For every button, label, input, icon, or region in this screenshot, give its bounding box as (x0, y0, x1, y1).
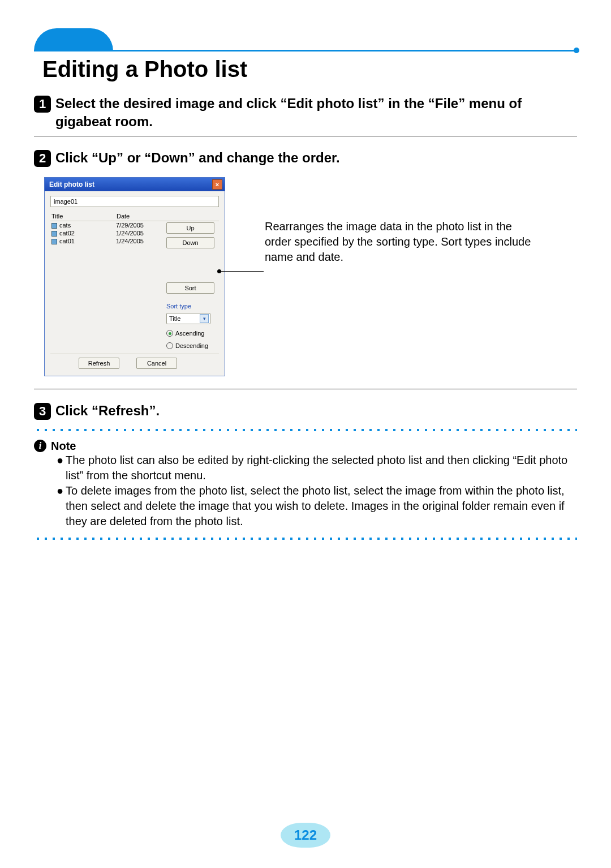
header-title: Title (51, 213, 117, 220)
divider (34, 136, 577, 136)
sort-button[interactable]: Sort (166, 282, 214, 294)
sort-type-label: Sort type (166, 303, 214, 310)
refresh-button[interactable]: Refresh (79, 358, 119, 369)
note-item-text: The photo list can also be edited by rig… (66, 453, 577, 483)
step-2: 2 Click “Up” or “Down” and change the or… (34, 149, 577, 167)
sort-type-select[interactable]: Title ▾ (166, 313, 210, 324)
dotted-divider (34, 537, 577, 540)
page-number: 122 (0, 823, 611, 848)
ascending-label: Ascending (175, 330, 204, 337)
dialog-title-text: Edit photo list (49, 181, 94, 188)
photo-list-name-input[interactable]: image01 (50, 196, 219, 207)
header-date: Date (117, 213, 162, 220)
page-title: Editing a Photo list (42, 57, 247, 82)
note-item: ● To delete images from the photo list, … (57, 483, 577, 529)
header: Editing a Photo list (34, 28, 577, 82)
row-title: cat01 (59, 238, 116, 244)
edit-photo-list-dialog: Edit photo list × image01 Title Date cat… (44, 177, 225, 376)
note-list: ● The photo list can also be edited by r… (57, 453, 577, 529)
step-1: 1 Select the desired image and click “Ed… (34, 94, 577, 131)
thumbnail-icon (51, 231, 57, 237)
list-item[interactable]: cat01 1/24/2005 (50, 237, 166, 245)
callout-text: Rearranges the image data in the photo l… (265, 219, 536, 265)
list-item[interactable]: cats 7/29/2005 (50, 221, 166, 229)
step-2-badge: 2 (34, 150, 51, 167)
row-date: 7/29/2005 (116, 222, 158, 229)
header-tab-graphic (34, 28, 113, 51)
bullet-icon: ● (57, 483, 66, 529)
dialog-titlebar: Edit photo list × (45, 178, 225, 191)
descending-radio[interactable]: Descending (166, 342, 214, 349)
thumbnail-icon (51, 239, 57, 244)
step-3-badge: 3 (34, 403, 51, 420)
step-2-text: Click “Up” or “Down” and change the orde… (55, 149, 340, 167)
list-item[interactable]: cat02 1/24/2005 (50, 229, 166, 237)
descending-label: Descending (175, 342, 208, 349)
bullet-icon: ● (57, 453, 66, 483)
page-number-value: 122 (281, 823, 330, 848)
cancel-button[interactable]: Cancel (136, 358, 177, 369)
page: Editing a Photo list 1 Select the desire… (0, 0, 611, 868)
sort-button-label: Sort (184, 285, 196, 291)
note-label: Note (51, 440, 76, 453)
step-1-text: Select the desired image and click “Edit… (55, 94, 577, 131)
row-title: cats (59, 222, 116, 229)
list-rows: cats 7/29/2005 cat02 1/24/2005 cat01 1/2… (50, 221, 166, 349)
row-date: 1/24/2005 (116, 238, 158, 244)
divider (34, 389, 577, 389)
up-button[interactable]: Up (166, 222, 214, 234)
header-rule-graphic (34, 50, 577, 51)
row-title: cat02 (59, 230, 116, 237)
step-3: 3 Click “Refresh”. (34, 402, 577, 420)
list-headers: Title Date (50, 212, 219, 221)
row-date: 1/24/2005 (116, 230, 158, 237)
dotted-divider (34, 428, 577, 432)
step-3-text: Click “Refresh”. (55, 402, 160, 420)
down-button[interactable]: Down (166, 237, 214, 248)
note-item: ● The photo list can also be edited by r… (57, 453, 577, 483)
ascending-radio[interactable]: Ascending (166, 330, 214, 337)
thumbnail-icon (51, 223, 57, 229)
screenshot-row: Edit photo list × image01 Title Date cat… (34, 177, 577, 376)
chevron-down-icon: ▾ (200, 314, 209, 323)
info-icon: i (34, 440, 46, 452)
note-header: i Note (34, 440, 577, 453)
close-icon[interactable]: × (212, 179, 222, 190)
note-item-text: To delete images from the photo list, se… (66, 483, 577, 529)
sort-type-value: Title (169, 315, 180, 322)
step-1-badge: 1 (34, 96, 51, 113)
